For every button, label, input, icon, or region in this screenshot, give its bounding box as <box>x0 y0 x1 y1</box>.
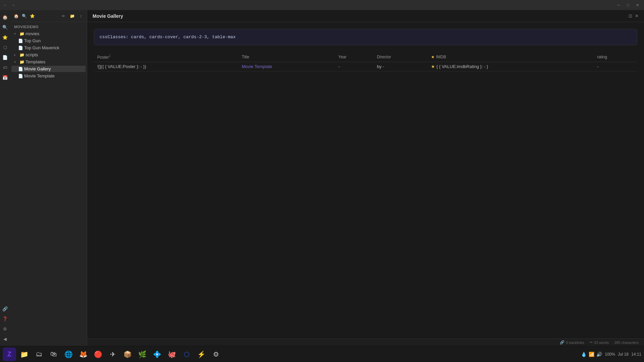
sidebar-item-top-gun-maverick[interactable]: 📄 Top Gun Maverick <box>11 45 86 51</box>
rail-graph-icon[interactable]: ⬡ <box>1 43 9 52</box>
close-button[interactable]: ✕ <box>633 2 641 8</box>
file-top-gun-icon: 📄 <box>18 39 23 43</box>
sidebar-nav-icons: 🏠 🔍 ⭐ <box>13 13 36 19</box>
content-area: Movie Gallery ⊡ ✕ cssClasses: cards, car… <box>87 10 644 346</box>
cell-year: - <box>335 62 374 71</box>
content-header: Movie Gallery ⊡ ✕ <box>87 10 644 22</box>
sidebar-sort-icon[interactable]: ↕ <box>77 13 84 19</box>
sidebar-item-movie-template[interactable]: 📄 Movie Template <box>11 73 86 79</box>
rail-files-icon[interactable]: 📄 <box>1 53 9 62</box>
content-close-icon[interactable]: ✕ <box>635 13 639 18</box>
cell-imdb-value: { { VALUE:imdbRating }: - } <box>436 64 488 69</box>
statusbar: 🔗 0 backlinks ✏ 33 words 285 characters <box>87 339 644 346</box>
taskbar-app12[interactable]: ⬡ <box>180 348 193 361</box>
sidebar-edit-icon[interactable]: ✏ <box>60 13 67 19</box>
content-view-icon[interactable]: ⊡ <box>629 13 632 18</box>
taskbar-chrome[interactable]: 🌐 <box>62 348 75 361</box>
sidebar-item-movies[interactable]: ▾ 📁 movies <box>11 31 86 37</box>
tray-speaker-icon[interactable]: 🔊 <box>596 352 602 357</box>
tray-dropbox-icon[interactable]: 💧 <box>581 352 587 357</box>
rail-collapse-icon[interactable]: ◀ <box>1 335 9 343</box>
icon-rail: 🏠 🔍 ⭐ ⬡ 📄 🏷 📅 🔗 ❓ ⚙ ◀ <box>0 10 10 346</box>
cell-director: by - <box>374 62 428 71</box>
table-header-row: Poster1 Title Year Director ★IMDB rating <box>94 52 637 62</box>
table-body: ![]({ { VALUE:Poster }: - }) Movie Templ… <box>94 62 637 71</box>
row-star-icon: ★ <box>431 64 435 69</box>
taskbar-firefox[interactable]: 🦊 <box>76 348 90 361</box>
rail-bookmark-icon[interactable]: ⭐ <box>1 33 9 42</box>
sidebar-item-templates[interactable]: ▾ 📁 Templates <box>11 59 86 65</box>
rail-daily-icon[interactable]: 📅 <box>1 73 9 82</box>
sidebar-search-icon[interactable]: 🔍 <box>21 13 28 19</box>
cell-poster: ![]({ { VALUE:Poster }: - }) <box>94 62 238 71</box>
col-header-title: Title <box>238 52 335 62</box>
taskbar-app6[interactable]: 🔴 <box>91 348 105 361</box>
rail-home-icon[interactable]: 🏠 <box>1 13 9 21</box>
minimize-button[interactable]: ─ <box>614 2 623 8</box>
data-table: Poster1 Title Year Director ★IMDB rating… <box>94 52 637 71</box>
tray-icons: 💧 📶 🔊 <box>581 352 602 357</box>
col-poster-count: 1 <box>109 54 111 58</box>
tray-date: Jul 18 <box>618 352 629 357</box>
titlebar-nav: ← → <box>3 2 16 8</box>
statusbar-chars: 285 characters <box>614 341 639 345</box>
col-header-imdb: ★IMDB <box>428 52 594 62</box>
code-block-text: cssClasses: cards, cards-cover, cards-2-… <box>100 35 236 40</box>
tray-time: 14:11 <box>631 352 641 357</box>
sidebar-item-movie-gallery[interactable]: 📄 Movie Gallery <box>11 66 86 72</box>
file-top-gun-maverick-icon: 📄 <box>18 46 23 50</box>
sidebar-item-scripts[interactable]: ▸ 📁 scripts <box>11 52 86 58</box>
content-header-icons: ⊡ ✕ <box>629 13 639 18</box>
movie-template-link[interactable]: Movie Template <box>242 64 272 69</box>
rail-bottom: 🔗 ❓ ⚙ ◀ <box>1 304 9 346</box>
tray-battery: 100% <box>605 352 615 357</box>
sidebar: 🏠 🔍 ⭐ ✏ 📁 ↕ MOVIEDEMO ▾ 📁 movies 📄 Top G… <box>10 10 87 346</box>
col-header-year: Year <box>335 52 374 62</box>
code-block: cssClasses: cards, cards-cover, cards-2-… <box>94 29 637 45</box>
tray-wifi-icon: 📶 <box>589 352 594 357</box>
sidebar-item-top-gun[interactable]: 📄 Top Gun <box>11 38 86 44</box>
rail-settings-icon[interactable]: ⚙ <box>1 324 9 333</box>
rail-tag-icon[interactable]: 🏷 <box>1 63 9 72</box>
file-movie-template-icon: 📄 <box>18 74 23 78</box>
sidebar-item-scripts-label: scripts <box>25 52 38 57</box>
sidebar-item-movie-template-label: Movie Template <box>24 73 55 78</box>
rail-help-icon[interactable]: ❓ <box>1 314 9 323</box>
taskbar-obsidian[interactable]: Z <box>3 348 16 361</box>
folder-scripts-icon: 📁 <box>19 53 24 57</box>
statusbar-backlinks: 🔗 0 backlinks <box>560 340 584 345</box>
taskbar-explorer[interactable]: 🗂 <box>32 348 46 361</box>
sidebar-item-movie-gallery-label: Movie Gallery <box>24 66 51 71</box>
taskbar-app11[interactable]: 🐙 <box>165 348 178 361</box>
content-title: Movie Gallery <box>93 13 123 19</box>
forward-button[interactable]: → <box>11 2 16 8</box>
sidebar-star-icon[interactable]: ⭐ <box>29 13 36 19</box>
backlinks-count: 0 backlinks <box>566 341 584 345</box>
rail-search-icon[interactable]: 🔍 <box>1 23 9 32</box>
taskbar-app9[interactable]: 🌿 <box>136 348 149 361</box>
taskbar-files[interactable]: 📁 <box>17 348 31 361</box>
taskbar-telegram[interactable]: ✈ <box>106 348 119 361</box>
sidebar-item-top-gun-maverick-label: Top Gun Maverick <box>24 45 59 50</box>
content-body: cssClasses: cards, cards-cover, cards-2-… <box>87 22 644 339</box>
taskbar-right: 💧 📶 🔊 100% Jul 18 14:11 <box>581 352 641 357</box>
sidebar-item-movies-label: movies <box>25 31 39 36</box>
caret-movies: ▾ <box>14 32 18 36</box>
statusbar-words: ✏ 33 words <box>590 340 609 345</box>
taskbar-app10[interactable]: 💠 <box>150 348 164 361</box>
maximize-button[interactable]: □ <box>624 2 632 8</box>
folder-templates-icon: 📁 <box>19 60 24 64</box>
pencil-icon: ✏ <box>590 340 593 345</box>
taskbar-app13[interactable]: ⚡ <box>195 348 208 361</box>
taskbar-settings-app[interactable]: ⚙ <box>209 348 223 361</box>
taskbar-store[interactable]: 🛍 <box>47 348 60 361</box>
taskbar-dropbox-app[interactable]: 📦 <box>121 348 134 361</box>
back-button[interactable]: ← <box>3 2 8 8</box>
word-count: 33 words <box>594 341 609 345</box>
char-count: 285 characters <box>614 341 639 345</box>
main-layout: 🏠 🔍 ⭐ ⬡ 📄 🏷 📅 🔗 ❓ ⚙ ◀ 🏠 🔍 ⭐ ✏ 📁 ↕ <box>0 10 644 346</box>
rail-backlinks-icon[interactable]: 🔗 <box>1 304 9 313</box>
sidebar-home-icon[interactable]: 🏠 <box>13 13 19 19</box>
sidebar-item-top-gun-label: Top Gun <box>24 38 41 43</box>
sidebar-folder-icon[interactable]: 📁 <box>69 13 75 19</box>
